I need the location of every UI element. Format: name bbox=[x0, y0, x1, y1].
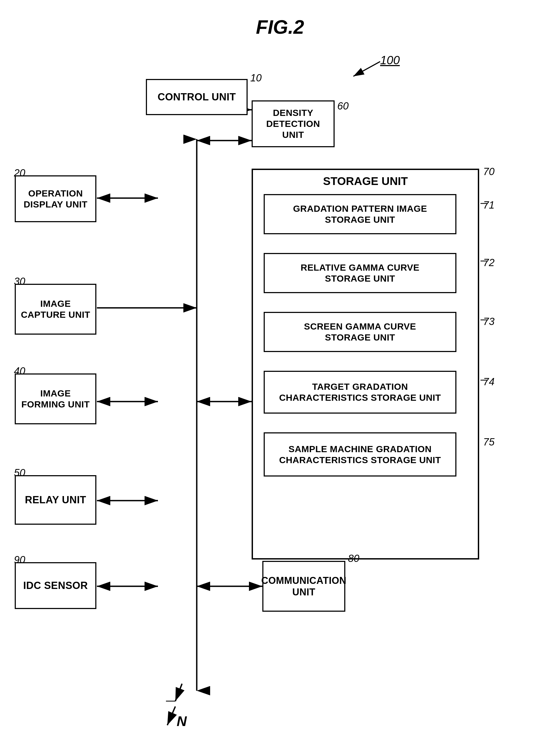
density-detection-unit-box: DENSITYDETECTION UNIT bbox=[252, 100, 335, 147]
relay-unit-ref: 50 bbox=[14, 467, 25, 479]
relay-unit-box: RELAY UNIT bbox=[15, 475, 96, 525]
storage-unit-label: STORAGE UNIT bbox=[253, 175, 478, 188]
gradation-pattern-box: GRADATION PATTERN IMAGESTORAGE UNIT bbox=[264, 194, 456, 234]
image-forming-ref: 40 bbox=[14, 365, 25, 377]
idc-sensor-ref: 90 bbox=[14, 554, 25, 566]
svg-line-25 bbox=[167, 707, 175, 725]
relative-gamma-box: RELATIVE GAMMA CURVESTORAGE UNIT bbox=[264, 253, 456, 293]
image-forming-unit-box: IMAGEFORMING UNIT bbox=[15, 374, 96, 424]
svg-line-15 bbox=[353, 62, 380, 76]
sample-machine-box: SAMPLE MACHINE GRADATIONCHARACTERISTICS … bbox=[264, 432, 456, 477]
communication-unit-ref: 80 bbox=[348, 553, 359, 564]
target-gradation-box: TARGET GRADATIONCHARACTERISTICS STORAGE … bbox=[264, 371, 456, 414]
screen-gamma-box: SCREEN GAMMA CURVESTORAGE UNIT bbox=[264, 312, 456, 352]
svg-line-23 bbox=[175, 684, 182, 701]
communication-unit-box: COMMUNICATIONUNIT bbox=[262, 561, 345, 612]
image-capture-ref: 30 bbox=[14, 276, 25, 287]
storage-outer-ref: 70 bbox=[483, 166, 495, 178]
sample-machine-ref: 75 bbox=[483, 436, 495, 448]
operation-display-unit-box: OPERATIONDISPLAY UNIT bbox=[15, 175, 96, 222]
idc-sensor-box: IDC SENSOR bbox=[15, 562, 96, 609]
control-unit-ref: 10 bbox=[250, 72, 262, 84]
image-capture-unit-box: IMAGECAPTURE UNIT bbox=[15, 284, 96, 335]
density-detection-ref: 60 bbox=[337, 100, 348, 112]
page-title: FIG.2 bbox=[256, 16, 304, 38]
control-unit-box: CONTROL UNIT bbox=[146, 79, 247, 115]
operation-display-ref: 20 bbox=[14, 167, 25, 179]
storage-outer-box: STORAGE UNIT GRADATION PATTERN IMAGESTOR… bbox=[252, 168, 479, 559]
